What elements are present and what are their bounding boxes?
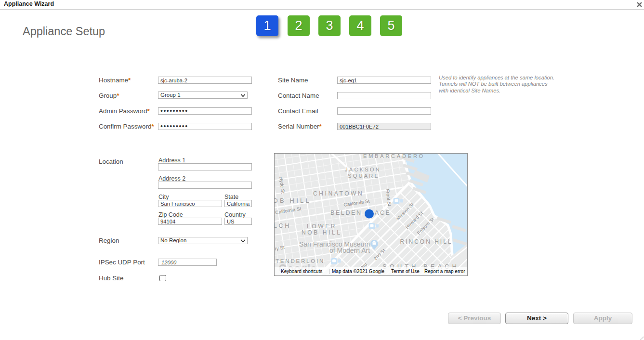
svg-text:NOB HILL: NOB HILL	[302, 229, 342, 236]
svg-text:EMBARCADERO: EMBARCADERO	[363, 154, 425, 159]
svg-text:BELDEN: BELDEN	[330, 209, 362, 216]
svg-text:RINCON HILL: RINCON HILL	[400, 238, 453, 245]
svg-text:JACKSON: JACKSON	[345, 167, 381, 172]
svg-text:Report a map error: Report a map error	[424, 269, 465, 274]
svg-text:of Modern Art: of Modern Art	[329, 247, 370, 254]
svg-text:LCH: LCH	[275, 222, 291, 229]
svg-text:Map data ©2021 Google: Map data ©2021 Google	[332, 269, 385, 274]
svg-text:Keyboard shortcuts: Keyboard shortcuts	[281, 269, 322, 274]
svg-text:CHINATOWN: CHINATOWN	[313, 190, 364, 197]
svg-text:SQUARE: SQUARE	[348, 173, 380, 179]
svg-text:NOB HILL: NOB HILL	[275, 197, 311, 204]
svg-text:Terms of Use: Terms of Use	[391, 269, 420, 274]
svg-text:ACE: ACE	[375, 209, 391, 216]
